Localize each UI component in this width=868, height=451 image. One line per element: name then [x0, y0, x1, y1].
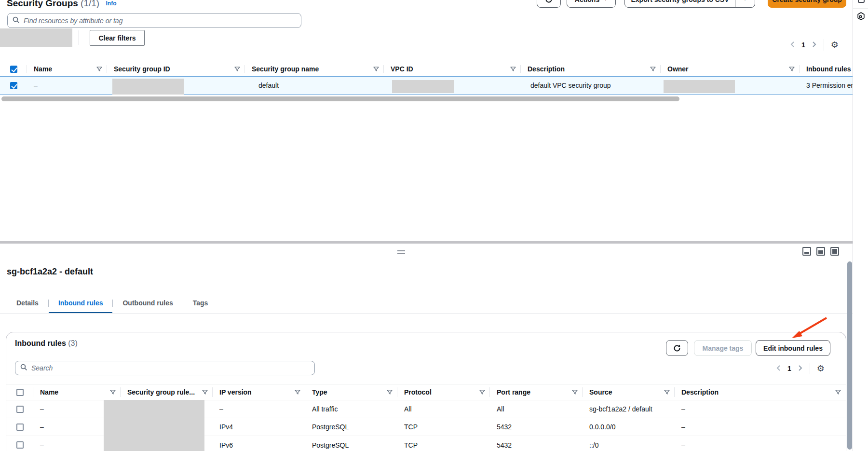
detail-tabs: Details Inbound rules Outbound rules Tag… — [7, 293, 217, 314]
column-header-type[interactable]: Type — [305, 384, 397, 400]
cell-protocol: TCP — [397, 423, 490, 431]
next-page-icon[interactable] — [812, 41, 817, 49]
filter-funnel-icon[interactable] — [510, 67, 516, 72]
row-checkbox[interactable] — [10, 82, 17, 89]
export-csv-button[interactable]: Export security groups to CSV — [624, 0, 735, 8]
previous-page-icon[interactable] — [790, 41, 795, 49]
layout-full-icon[interactable] — [830, 247, 839, 256]
cell-protocol: All — [397, 405, 490, 413]
filter-funnel-icon[interactable] — [479, 390, 485, 395]
cell-port-range: 5432 — [490, 441, 583, 449]
filter-funnel-icon[interactable] — [387, 390, 393, 395]
tab-inbound-rules[interactable]: Inbound rules — [49, 293, 113, 314]
table-settings-gear-icon[interactable]: ⚙ — [817, 364, 825, 373]
select-all-cell[interactable] — [0, 62, 27, 76]
inbound-rules-title: Inbound rules (3) — [15, 339, 78, 348]
rule-id-redaction — [104, 400, 204, 451]
column-header-name[interactable]: Name — [27, 62, 107, 76]
rules-search[interactable] — [15, 361, 315, 375]
cell-source: ::/0 — [583, 441, 675, 449]
cell-name: – — [27, 82, 107, 89]
filter-funnel-icon[interactable] — [835, 390, 841, 395]
column-header-rule-name[interactable]: Name — [33, 384, 121, 400]
column-header-ip-version[interactable]: IP version — [213, 384, 305, 400]
find-resources-search[interactable] — [7, 13, 301, 28]
filter-funnel-icon[interactable] — [295, 390, 300, 395]
edit-inbound-rules-button[interactable]: Edit inbound rules — [756, 340, 830, 356]
column-header-rule-description[interactable]: Description — [675, 384, 846, 400]
tab-outbound-rules[interactable]: Outbound rules — [113, 293, 182, 314]
info-link[interactable]: Info — [106, 0, 116, 7]
search-icon — [20, 364, 27, 372]
filter-funnel-icon[interactable] — [572, 390, 578, 395]
layout-split-small-icon[interactable] — [802, 247, 811, 256]
rules-search-input[interactable] — [31, 364, 310, 372]
select-all-rules-checkbox[interactable] — [16, 389, 24, 396]
split-divider[interactable] — [0, 241, 853, 244]
column-header-port-range[interactable]: Port range — [490, 384, 583, 400]
edit-inbound-rules-label: Edit inbound rules — [763, 344, 823, 352]
column-header-security-group-name[interactable]: Security group name — [245, 62, 384, 76]
column-header-source[interactable]: Source — [583, 384, 675, 400]
actions-button[interactable]: Actions ▼ — [567, 0, 616, 8]
refresh-rules-button[interactable] — [666, 340, 688, 356]
page-number[interactable]: 1 — [801, 41, 805, 49]
rule-checkbox[interactable] — [16, 441, 24, 449]
cell-rule-description: – — [675, 405, 846, 413]
horizontal-scrollbar[interactable] — [1, 96, 679, 101]
filter-funnel-icon[interactable] — [234, 67, 240, 72]
select-all-rules-cell[interactable] — [6, 384, 33, 400]
column-header-inbound-rules-count[interactable]: Inbound rules count — [800, 62, 853, 76]
row-select-cell[interactable] — [0, 82, 27, 89]
create-security-group-button[interactable]: Create security group — [768, 0, 846, 8]
caret-down-icon: ▼ — [603, 0, 608, 1]
column-header-security-group-id[interactable]: Security group ID — [107, 62, 245, 76]
panel-layout-toggles — [802, 247, 839, 256]
cut-off-panel-icon[interactable] — [858, 0, 865, 3]
export-csv-split-caret-button[interactable]: ▼ — [735, 0, 755, 8]
cell-description: default VPC security group — [521, 82, 661, 89]
filter-funnel-icon[interactable] — [96, 67, 102, 72]
cell-security-group-name: default — [245, 82, 384, 89]
split-drag-handle-icon[interactable] — [397, 250, 405, 255]
security-group-id-redaction — [112, 79, 184, 95]
rule-checkbox[interactable] — [16, 424, 24, 431]
rule-checkbox[interactable] — [16, 406, 24, 413]
column-header-description[interactable]: Description — [521, 62, 661, 76]
rail-divider — [853, 8, 868, 9]
tab-details[interactable]: Details — [7, 293, 48, 314]
filter-funnel-icon[interactable] — [202, 390, 208, 395]
tab-tags[interactable]: Tags — [183, 293, 218, 314]
select-all-checkbox[interactable] — [10, 66, 17, 73]
cell-inbound-rules-count: 3 Permission entries — [800, 82, 853, 89]
filter-funnel-icon[interactable] — [650, 67, 656, 72]
inbound-rules-card: Inbound rules (3) Manage tags Edit inbou… — [6, 332, 846, 451]
refresh-groups-button[interactable] — [537, 0, 561, 8]
clear-filters-button[interactable]: Clear filters — [90, 30, 145, 46]
ec2-security-groups-screen: Security Groups (1/1) Info Actions ▼ Exp… — [0, 0, 868, 451]
table-settings-gear-icon[interactable]: ⚙ — [831, 41, 839, 49]
vertical-scrollbar[interactable] — [847, 261, 852, 450]
amazon-q-hexagon-icon[interactable] — [857, 12, 865, 22]
find-resources-input[interactable] — [24, 17, 296, 25]
filter-token-redaction — [0, 28, 72, 47]
next-page-icon[interactable] — [798, 365, 803, 373]
rules-pagination: 1 ⚙ — [776, 362, 825, 375]
column-header-protocol[interactable]: Protocol — [397, 384, 490, 400]
filter-divider — [79, 30, 79, 45]
filter-funnel-icon[interactable] — [789, 67, 795, 72]
page-title-count: (1/1) — [81, 0, 99, 8]
column-header-security-group-rule-id[interactable]: Security group rule... — [121, 384, 213, 400]
previous-page-icon[interactable] — [776, 365, 781, 373]
column-header-owner[interactable]: Owner — [661, 62, 800, 76]
page-title: Security Groups (1/1) Info — [7, 0, 116, 8]
cell-protocol: TCP — [397, 441, 490, 449]
manage-tags-button[interactable]: Manage tags — [694, 340, 752, 356]
layout-split-half-icon[interactable] — [816, 247, 825, 256]
filter-funnel-icon[interactable] — [664, 390, 670, 395]
manage-tags-label: Manage tags — [703, 344, 744, 352]
column-header-vpc-id[interactable]: VPC ID — [384, 62, 521, 76]
filter-funnel-icon[interactable] — [373, 67, 379, 72]
filter-funnel-icon[interactable] — [110, 390, 116, 395]
page-number[interactable]: 1 — [787, 365, 791, 372]
